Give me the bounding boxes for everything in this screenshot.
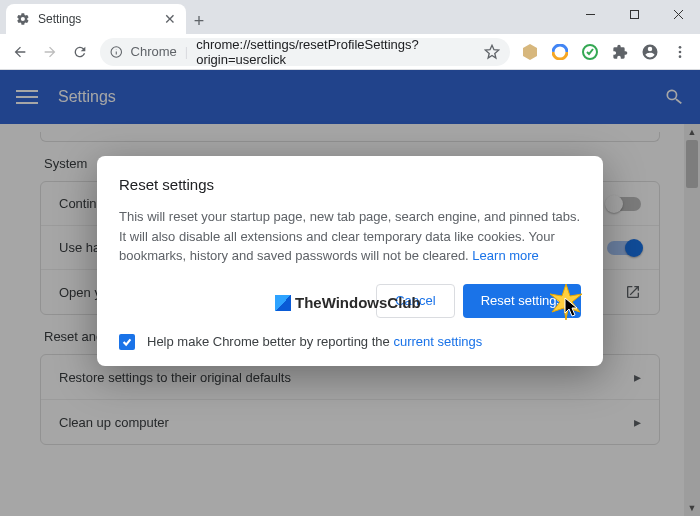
browser-titlebar: Settings ✕ + <box>0 0 700 34</box>
dialog-body: This will reset your startup page, new t… <box>119 207 581 266</box>
reload-button[interactable] <box>66 38 94 66</box>
dialog-title: Reset settings <box>119 176 581 193</box>
window-controls <box>568 0 700 28</box>
extension-icon[interactable] <box>546 38 574 66</box>
back-button[interactable] <box>6 38 34 66</box>
help-reporting-label: Help make Chrome better by reporting the… <box>147 334 482 349</box>
extension-icon[interactable] <box>576 38 604 66</box>
browser-tab[interactable]: Settings ✕ <box>6 4 186 34</box>
kebab-menu-icon[interactable] <box>666 38 694 66</box>
svg-point-12 <box>679 55 682 58</box>
extensions-menu-icon[interactable] <box>606 38 634 66</box>
extension-icon[interactable] <box>516 38 544 66</box>
window-maximize[interactable] <box>612 0 656 28</box>
checkbox-checked-icon[interactable] <box>119 334 135 350</box>
address-bar[interactable]: Chrome | chrome://settings/resetProfileS… <box>100 38 510 66</box>
site-info-icon <box>110 45 123 59</box>
url-text: chrome://settings/resetProfileSettings?o… <box>196 37 476 67</box>
new-tab-button[interactable]: + <box>186 8 212 34</box>
svg-point-11 <box>679 50 682 53</box>
window-minimize[interactable] <box>568 0 612 28</box>
watermark: TheWindowsClub <box>275 294 421 311</box>
bookmark-star-icon[interactable] <box>484 44 500 60</box>
watermark-logo-icon <box>275 295 291 311</box>
forward-button[interactable] <box>36 38 64 66</box>
help-reporting-row[interactable]: Help make Chrome better by reporting the… <box>119 334 581 350</box>
profile-icon[interactable] <box>636 38 664 66</box>
browser-toolbar: Chrome | chrome://settings/resetProfileS… <box>0 34 700 70</box>
current-settings-link[interactable]: current settings <box>393 334 482 349</box>
gear-icon <box>16 12 30 26</box>
tab-title: Settings <box>38 12 81 26</box>
cursor-icon <box>564 297 580 317</box>
svg-rect-1 <box>630 10 638 18</box>
learn-more-link[interactable]: Learn more <box>472 248 538 263</box>
reset-settings-dialog: Reset settings This will reset your star… <box>97 156 603 366</box>
tab-close-icon[interactable]: ✕ <box>164 11 176 27</box>
svg-point-10 <box>679 46 682 49</box>
url-scheme-label: Chrome <box>131 44 177 59</box>
window-close[interactable] <box>656 0 700 28</box>
